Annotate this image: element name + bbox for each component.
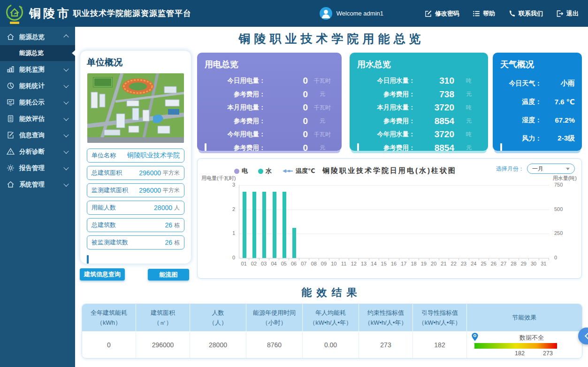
- bar-chart-icon: [7, 65, 15, 73]
- stat-label: 本月用水量：: [356, 103, 415, 112]
- sidebar-item-consumption-statistics[interactable]: 能耗统计: [0, 78, 75, 94]
- x-axis-tick: [259, 258, 260, 260]
- x-axis-tick: [419, 258, 419, 260]
- bar-day-04[interactable]: [273, 192, 276, 258]
- field-label: 总建筑面积: [92, 169, 122, 177]
- field-label: 总建筑数: [92, 221, 116, 229]
- table-header-cell: 引导性指标值（kW•h/人•年）: [413, 304, 467, 331]
- brand-city: 铜陵市: [29, 6, 71, 21]
- table-header-cell: 全年建筑能耗（kWh）: [82, 304, 136, 331]
- month-dropdown[interactable]: 一月: [527, 164, 575, 174]
- unit-overview-panel: 单位概况: [80, 50, 191, 264]
- stat-value: 0: [266, 102, 310, 113]
- pie-chart-icon: [7, 82, 15, 90]
- building-info-query-button[interactable]: 建筑信息查询: [80, 268, 125, 281]
- field-unit: 栋: [174, 221, 180, 229]
- edit-doc-icon: [7, 131, 15, 139]
- sidebar-item-consumption-publicity[interactable]: 能耗公示: [0, 94, 75, 110]
- left-axis-label: 用电量(千瓦时): [201, 175, 236, 182]
- stat-row: 今年用电量：0千瓦时: [197, 128, 342, 141]
- x-axis-label: 07: [298, 261, 309, 266]
- user-avatar-icon: [320, 7, 332, 20]
- stat-unit: 元: [456, 117, 481, 125]
- logout-button[interactable]: 退出: [556, 9, 579, 18]
- stat-label: 今日用水量：: [356, 77, 415, 85]
- sidebar-subitem-energy-overview[interactable]: 能源总览: [0, 45, 75, 61]
- bar-day-06[interactable]: [292, 228, 296, 258]
- stat-label: 今日用电量：: [204, 77, 266, 85]
- x-axis-label: 01: [239, 261, 249, 266]
- x-axis-label: 17: [398, 261, 409, 266]
- x-axis-label: 24: [468, 261, 479, 266]
- x-axis-label: 10: [328, 261, 339, 266]
- chart-legend: 电水温度℃: [234, 167, 315, 175]
- x-axis-label: 09: [319, 261, 329, 266]
- field-label: 用能人数: [92, 203, 116, 212]
- chevron-down-icon: [63, 164, 69, 170]
- x-axis-label: 29: [519, 261, 529, 266]
- month-selector: 选择月份： 一月: [496, 164, 575, 174]
- field-value: 296000: [139, 169, 161, 177]
- field-unit: 栋: [174, 239, 180, 247]
- sidebar-item-consumption-monitoring[interactable]: 能耗监测: [0, 61, 75, 78]
- energy-flow-diagram-button[interactable]: 能流图: [148, 269, 189, 281]
- unit-field: 监测建筑面积296000平方米: [87, 183, 184, 197]
- x-axis-label: 27: [498, 261, 509, 266]
- sidebar-item-system-management[interactable]: 系统管理: [0, 176, 75, 193]
- bar-day-02[interactable]: [252, 192, 256, 258]
- sidebar-item-energy-overview[interactable]: 能源总览: [0, 29, 75, 45]
- x-axis-tick: [289, 258, 289, 260]
- stat-row: 本月用水量：3720吨: [350, 101, 488, 115]
- x-axis-label: 31: [538, 261, 549, 266]
- stat-value: 0: [266, 143, 310, 153]
- help-button[interactable]: 帮助: [473, 9, 495, 18]
- page-title: 铜陵职业技术学院用能总览: [75, 31, 588, 47]
- legend-item-水[interactable]: 水: [258, 167, 272, 175]
- weather-label: 今日天气：: [500, 79, 542, 88]
- sidebar-item-efficiency-evaluation[interactable]: 能效评估: [0, 110, 75, 127]
- electricity-panel-title: 用电总览: [197, 53, 342, 74]
- stat-row: 参考费用：8854元: [350, 115, 488, 128]
- weather-label: 温度：: [500, 98, 542, 106]
- weather-row: 湿度：67.2%: [493, 111, 582, 129]
- weather-panel-title: 天气概况: [493, 53, 582, 74]
- welcome-text: Welcome admin1: [336, 10, 383, 17]
- x-axis-label: 20: [428, 261, 439, 266]
- app-root: 铜陵市 职业技术学院能源资源监管平台 Welcome admin1 修改密码帮助…: [0, 0, 588, 367]
- edit-icon: [425, 10, 432, 17]
- unit-field: 单位名称铜陵职业技术学院: [87, 148, 184, 163]
- stat-value: 8854: [415, 143, 456, 153]
- x-axis-label: 15: [379, 261, 389, 266]
- stat-row: 参考费用：0元: [197, 141, 342, 155]
- chevron-up-icon: [63, 34, 69, 39]
- change-password-button[interactable]: 修改密码: [425, 9, 459, 18]
- gridline: [239, 185, 549, 186]
- field-unit: 平方米: [163, 187, 180, 195]
- legend-item-温度℃[interactable]: 温度℃: [282, 167, 315, 175]
- table-header-cell: 能源年使用时间（小时）: [246, 304, 303, 331]
- sidebar-item-analysis-diagnosis[interactable]: 分析诊断: [0, 143, 75, 160]
- legend-item-电[interactable]: 电: [234, 167, 248, 175]
- weather-value: 67.2%: [542, 116, 575, 124]
- line-marker-icon: [282, 169, 293, 173]
- weather-row: 温度：7.6 ℃: [493, 93, 582, 111]
- stat-unit: 元: [310, 90, 335, 98]
- stat-value: 310: [415, 76, 456, 86]
- bar-day-05[interactable]: [283, 192, 286, 258]
- x-axis-label: 25: [479, 261, 489, 266]
- water-overview-panel: 用水总览 今日用水量：310吨参考费用：738元本月用水量：3720吨参考费用：…: [350, 53, 488, 151]
- contact-us-button[interactable]: 联系我们: [508, 9, 543, 18]
- saving-min-label: 182: [515, 350, 525, 357]
- x-axis-tick: [479, 258, 479, 260]
- stat-label: 今年用电量：: [204, 130, 266, 139]
- bar-day-01[interactable]: [243, 192, 246, 258]
- x-axis-label: 03: [259, 261, 269, 266]
- sidebar-item-report-management[interactable]: 报告管理: [0, 160, 75, 176]
- x-axis-tick: [499, 258, 499, 260]
- sidebar-item-info-query[interactable]: 信息查询: [0, 127, 75, 143]
- weather-row: 今日天气：小雨: [493, 74, 582, 93]
- stat-unit: 吨: [456, 104, 481, 112]
- right-axis-tick: 0: [554, 255, 557, 260]
- stat-label: 参考费用：: [204, 90, 266, 99]
- bar-day-03[interactable]: [262, 192, 266, 258]
